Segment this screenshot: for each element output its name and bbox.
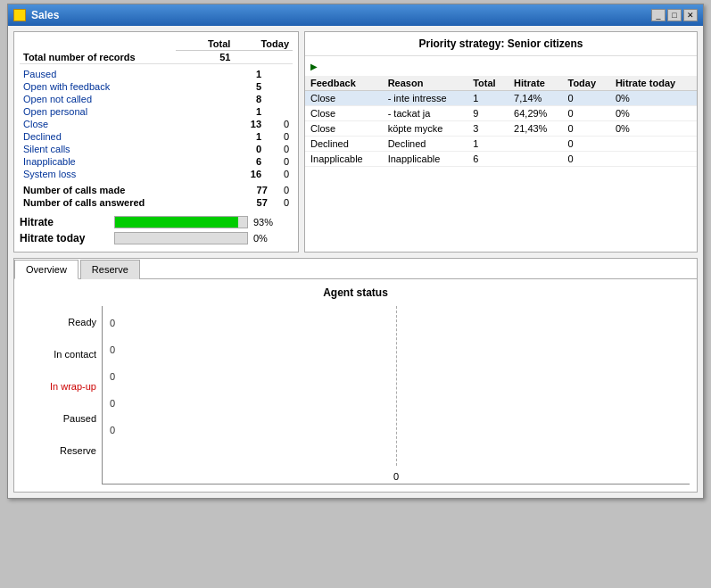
feedback-cell-1: Close (305, 106, 383, 121)
hitrate-today-cell-3 (610, 137, 697, 152)
stats-today-7: 0 (265, 155, 293, 168)
hitrate-cell-0: 7,14% (508, 91, 562, 106)
maximize-button[interactable]: □ (667, 9, 682, 21)
total-records-value: 51 (176, 51, 235, 64)
today-cell-4: 0 (563, 152, 610, 167)
feedback-table: FeedbackReasonTotalHitrateTodayHitrate t… (305, 76, 697, 167)
chart-area: ReadyIn contactIn wrap-upPausedReserve 0… (21, 306, 690, 484)
hitrate-fill (115, 217, 238, 228)
stats-total-7: 6 (226, 155, 265, 168)
today-cell-1: 0 (563, 106, 610, 121)
tabs: Overview Reserve (14, 259, 697, 279)
feedback-col-header-0: Feedback (305, 76, 383, 91)
stats-today-5: 0 (265, 130, 293, 143)
play-button[interactable]: ▶ (310, 62, 318, 71)
stats-today-8: 0 (265, 168, 293, 180)
chart-value-3: 0 (110, 398, 115, 409)
window-title: Sales (31, 9, 59, 21)
agent-status-label-1: In contact (21, 341, 96, 368)
hitrate-today-cell-4 (610, 152, 697, 167)
title-bar: Sales _ □ ✕ (8, 4, 703, 26)
agent-status-label-2: In wrap-up (21, 373, 96, 400)
stats-total-6: 0 (226, 143, 265, 155)
title-bar-buttons: _ □ ✕ (651, 9, 698, 21)
hitrate-cell-4 (508, 152, 562, 167)
calls-label-1: Number of calls answered (20, 196, 240, 209)
minimize-button[interactable]: _ (651, 9, 666, 21)
feedback-cell-3: Declined (305, 137, 383, 152)
feedback-col-header-3: Hitrate (508, 76, 562, 91)
chart-body: 00000 0 (102, 306, 690, 484)
total-cell-4: 6 (467, 152, 508, 167)
calls-table: Number of calls made 77 0 Number of call… (20, 184, 293, 209)
stats-today-2 (265, 93, 293, 105)
stats-today-0 (265, 68, 293, 80)
hitrate-today-cell-0: 0% (610, 91, 697, 106)
stats-label-2: Open not called (20, 93, 226, 105)
today-header: Today (234, 37, 293, 51)
hitrate-today-row: Hitrate today 0% (20, 230, 293, 246)
feedback-col-header-5: Hitrate today (610, 76, 697, 91)
reason-cell-2: köpte mycke (383, 121, 468, 137)
stats-total-8: 16 (226, 168, 265, 180)
title-bar-left: Sales (13, 9, 59, 21)
feedback-cell-4: Inapplicable (305, 152, 383, 167)
hitrate-cell-1: 64,29% (508, 106, 562, 121)
stats-label-3: Open personal (20, 105, 226, 118)
stats-today-1 (265, 80, 293, 93)
stats-label-4: Close (20, 118, 226, 130)
hitrate-cell-2: 21,43% (508, 121, 562, 137)
hitrate-label: Hitrate (20, 216, 109, 228)
agent-status-label-0: Ready (21, 309, 96, 335)
stats-total-0: 1 (226, 68, 265, 80)
reason-cell-0: - inte intresse (383, 91, 468, 106)
stats-label-6: Silent calls (20, 143, 226, 155)
reason-cell-3: Declined (383, 137, 468, 152)
today-cell-2: 0 (563, 121, 610, 137)
feedback-row: Close - tackat ja 9 64,29% 0 0% (305, 106, 697, 121)
agent-status-title: Agent status (21, 286, 690, 299)
today-cell-3: 0 (563, 137, 610, 152)
chart-value-2: 0 (110, 371, 115, 382)
calls-today-1: 0 (271, 196, 293, 209)
chart-value-4: 0 (110, 425, 115, 435)
stats-label-8: System loss (20, 168, 226, 180)
stats-label-1: Open with feedback (20, 80, 226, 93)
strategy-title: Priority strategy: Senior citizens (305, 32, 697, 56)
total-records-label: Total number of records (20, 51, 176, 64)
total-header: Total (176, 37, 235, 51)
hitrate-value: 93% (253, 217, 273, 228)
total-cell-2: 3 (467, 121, 508, 137)
reason-cell-4: Inapplicable (383, 152, 468, 167)
dashed-center-line (396, 306, 397, 466)
agent-status-label-4: Reserve (21, 437, 96, 464)
window-icon (13, 9, 26, 21)
today-cell-0: 0 (563, 91, 610, 106)
bottom-section: Overview Reserve Agent status ReadyIn co… (13, 258, 698, 493)
chart-labels: ReadyIn contactIn wrap-upPausedReserve (21, 306, 102, 484)
total-cell-1: 9 (467, 106, 508, 121)
detail-stats-table: Paused 1 Open with feedback 5 Open not c… (20, 68, 293, 180)
total-cell-0: 1 (467, 91, 508, 106)
hitrate-today-cell-1: 0% (610, 106, 697, 121)
window-content: Total Today Total number of records 51 (8, 26, 703, 498)
hitrate-today-cell-2: 0% (610, 121, 697, 137)
stats-total-3: 1 (226, 105, 265, 118)
hitrate-bar (114, 216, 248, 228)
hitrate-today-label: Hitrate today (20, 232, 109, 244)
feedback-row: Close - inte intresse 1 7,14% 0 0% (305, 91, 697, 106)
stats-total-4: 13 (226, 118, 265, 130)
stats-table: Total Today Total number of records 51 (20, 37, 293, 68)
stats-total-5: 1 (226, 130, 265, 143)
tab-reserve[interactable]: Reserve (80, 260, 140, 279)
top-section: Total Today Total number of records 51 (13, 31, 698, 253)
chart-value-0: 0 (110, 318, 115, 328)
close-button[interactable]: ✕ (683, 9, 698, 21)
feedback-cell-2: Close (305, 121, 383, 137)
tab-overview[interactable]: Overview (14, 260, 79, 279)
feedback-row: Close köpte mycke 3 21,43% 0 0% (305, 121, 697, 137)
strategy-panel: Priority strategy: Senior citizens ▶ Fee… (304, 31, 698, 253)
stats-total-1: 5 (226, 80, 265, 93)
agent-status-panel: Agent status ReadyIn contactIn wrap-upPa… (14, 279, 697, 492)
stats-label-0: Paused (20, 68, 226, 80)
